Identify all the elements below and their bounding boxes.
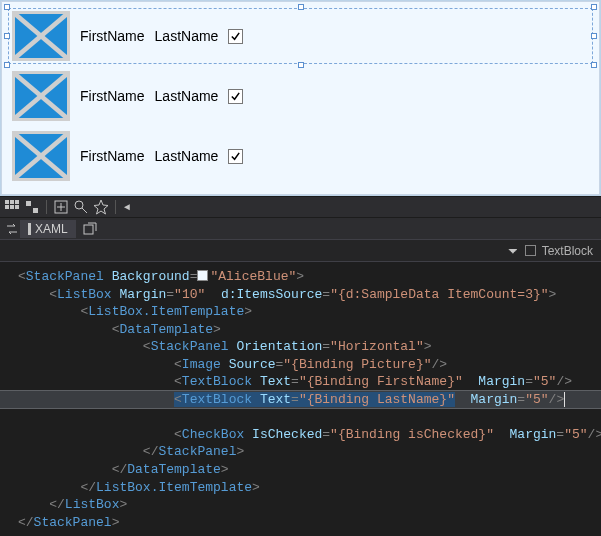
grid-icon[interactable] xyxy=(4,199,20,215)
editor-tabbar: XAML xyxy=(0,218,601,240)
checkbox[interactable] xyxy=(228,29,243,44)
image-placeholder-icon xyxy=(12,131,70,181)
svg-rect-6 xyxy=(5,200,9,204)
zoom-icon[interactable] xyxy=(73,199,89,215)
popout-icon[interactable] xyxy=(82,221,98,237)
breadcrumb-element[interactable]: TextBlock xyxy=(542,244,593,258)
svg-rect-10 xyxy=(10,205,14,209)
svg-rect-9 xyxy=(5,205,9,209)
last-name-label: LastName xyxy=(155,148,219,164)
designer-toolbar: ◄ xyxy=(0,196,601,218)
element-glyph-icon xyxy=(525,245,536,256)
zoom-fit-icon[interactable] xyxy=(53,199,69,215)
breadcrumb: ⏷ TextBlock xyxy=(0,240,601,262)
chevron-left-icon[interactable]: ◄ xyxy=(122,202,132,213)
color-swatch-icon xyxy=(197,270,208,281)
svg-rect-15 xyxy=(84,225,93,234)
tab-active-indicator xyxy=(28,223,31,235)
last-name-label: LastName xyxy=(155,28,219,44)
divider xyxy=(46,200,47,214)
tab-xaml[interactable]: XAML xyxy=(20,220,76,238)
chevron-down-icon[interactable]: ⏷ xyxy=(507,244,519,258)
listbox-preview[interactable]: FirstName LastName FirstName LastName Fi… xyxy=(1,1,600,195)
checkbox[interactable] xyxy=(228,149,243,164)
first-name-label: FirstName xyxy=(80,28,145,44)
svg-rect-8 xyxy=(15,200,19,204)
checkbox[interactable] xyxy=(228,89,243,104)
last-name-label: LastName xyxy=(155,88,219,104)
svg-line-14 xyxy=(82,208,87,213)
first-name-label: FirstName xyxy=(80,88,145,104)
list-item[interactable]: FirstName LastName xyxy=(8,68,593,124)
tab-label: XAML xyxy=(35,222,68,236)
divider xyxy=(115,200,116,214)
svg-rect-11 xyxy=(15,205,19,209)
svg-rect-7 xyxy=(10,200,14,204)
list-item[interactable]: FirstName LastName xyxy=(8,8,593,64)
snap-icon[interactable] xyxy=(24,199,40,215)
first-name-label: FirstName xyxy=(80,148,145,164)
list-item[interactable]: FirstName LastName xyxy=(8,128,593,184)
image-placeholder-icon xyxy=(12,71,70,121)
svg-point-13 xyxy=(75,201,83,209)
image-placeholder-icon xyxy=(12,11,70,61)
effects-icon[interactable] xyxy=(93,199,109,215)
design-surface[interactable]: FirstName LastName FirstName LastName Fi… xyxy=(0,0,601,196)
swap-panes-icon[interactable] xyxy=(4,221,20,237)
code-editor[interactable]: <StackPanel Background="AliceBlue"> <Lis… xyxy=(0,262,601,536)
